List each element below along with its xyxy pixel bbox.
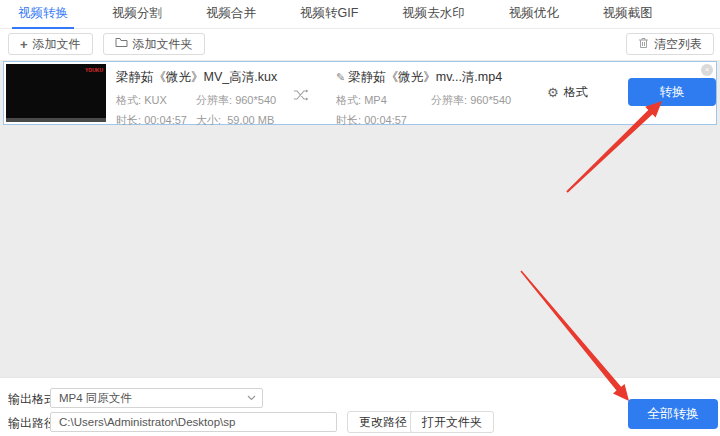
gear-icon: ⚙ [547, 85, 559, 100]
output-path-label: 输出路径 [8, 415, 56, 432]
convert-direction-icon [293, 88, 309, 106]
video-thumbnail: YOUKU [6, 64, 106, 122]
output-settings-panel: 输出格式 MP4 同原文件 输出路径 更改路径 打开文件夹 全部转换 [0, 377, 720, 436]
open-folder-button[interactable]: 打开文件夹 [410, 411, 494, 433]
clear-list-label: 清空列表 [654, 36, 702, 53]
edit-pencil-icon[interactable]: ✎ [336, 71, 345, 83]
add-file-label: 添加文件 [33, 36, 81, 53]
plus-icon: + [20, 38, 28, 51]
output-format-label: 输出格式 [8, 391, 56, 408]
source-size: 大小: 59.00 MB [196, 113, 274, 128]
output-format-value: MP4 同原文件 [59, 392, 132, 404]
output-duration: 时长: 00:04:57 [336, 113, 407, 128]
thumbnail-progress-strip [6, 118, 106, 122]
tab-video-split[interactable]: 视频分割 [112, 0, 162, 29]
tab-video-watermark-remove[interactable]: 视频去水印 [402, 0, 465, 29]
tab-video-convert[interactable]: 视频转换 [18, 0, 68, 29]
convert-button[interactable]: 转换 [628, 78, 716, 106]
output-format: 格式: MP4 [336, 93, 431, 108]
output-filename[interactable]: ✎梁静茹《微光》mv...清.mp4 [336, 69, 511, 86]
source-resolution: 分辨率: 960*540 [196, 93, 276, 108]
toolbar: + 添加文件 添加文件夹 清空列表 [0, 29, 720, 60]
source-duration: 时长: 00:04:57 [116, 113, 196, 128]
change-path-button[interactable]: 更改路径 [347, 411, 419, 433]
format-settings-button[interactable]: ⚙ 格式 [547, 84, 588, 101]
row-close-icon[interactable]: × [701, 64, 713, 76]
add-folder-button[interactable]: 添加文件夹 [103, 33, 205, 55]
output-file-info: ✎梁静茹《微光》mv...清.mp4 格式: MP4 分辨率: 960*540 … [336, 69, 511, 133]
convert-all-button[interactable]: 全部转换 [628, 399, 718, 429]
tab-video-to-gif[interactable]: 视频转GIF [300, 0, 358, 29]
file-list-item[interactable]: YOUKU 梁静茹《微光》MV_高清.kux 格式: KUX 分辨率: 960*… [3, 61, 717, 125]
output-path-input[interactable] [50, 412, 337, 432]
youku-logo: YOUKU [85, 67, 103, 73]
tab-bar: 视频转换 视频分割 视频合并 视频转GIF 视频去水印 视频优化 视频截图 [0, 0, 720, 29]
tab-video-optimize[interactable]: 视频优化 [509, 0, 559, 29]
clear-list-button[interactable]: 清空列表 [626, 33, 714, 55]
output-format-select[interactable]: MP4 同原文件 [50, 388, 263, 408]
tab-video-merge[interactable]: 视频合并 [206, 0, 256, 29]
add-folder-label: 添加文件夹 [133, 36, 193, 53]
trash-icon [638, 37, 649, 52]
chevron-down-icon [247, 395, 256, 401]
source-file-info: 梁静茹《微光》MV_高清.kux 格式: KUX 分辨率: 960*540 时长… [116, 69, 277, 133]
source-format: 格式: KUX [116, 93, 196, 108]
format-settings-label: 格式 [564, 84, 588, 101]
source-filename: 梁静茹《微光》MV_高清.kux [116, 69, 277, 86]
folder-icon [115, 37, 128, 51]
tab-video-screenshot[interactable]: 视频截图 [603, 0, 653, 29]
output-resolution: 分辨率: 960*540 [431, 93, 511, 108]
add-file-button[interactable]: + 添加文件 [8, 33, 93, 55]
